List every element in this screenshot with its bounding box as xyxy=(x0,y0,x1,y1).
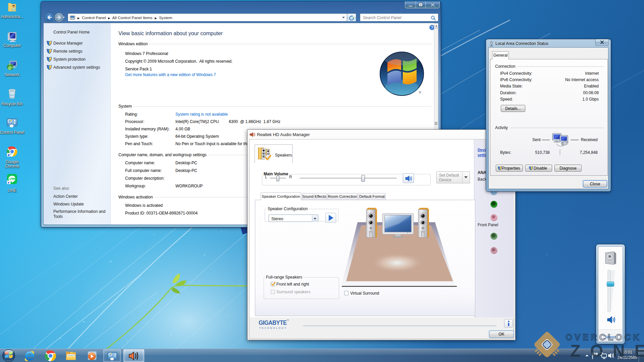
svg-text:●○○: ●○○ xyxy=(407,232,410,234)
svg-text:Front Panel: Front Panel xyxy=(478,223,498,227)
svg-text:OVERCLOCK: OVERCLOCK xyxy=(566,332,640,342)
svg-text:®: ® xyxy=(419,91,421,94)
svg-text:?: ? xyxy=(431,25,433,29)
svg-text:ZONE: ZONE xyxy=(570,342,644,360)
